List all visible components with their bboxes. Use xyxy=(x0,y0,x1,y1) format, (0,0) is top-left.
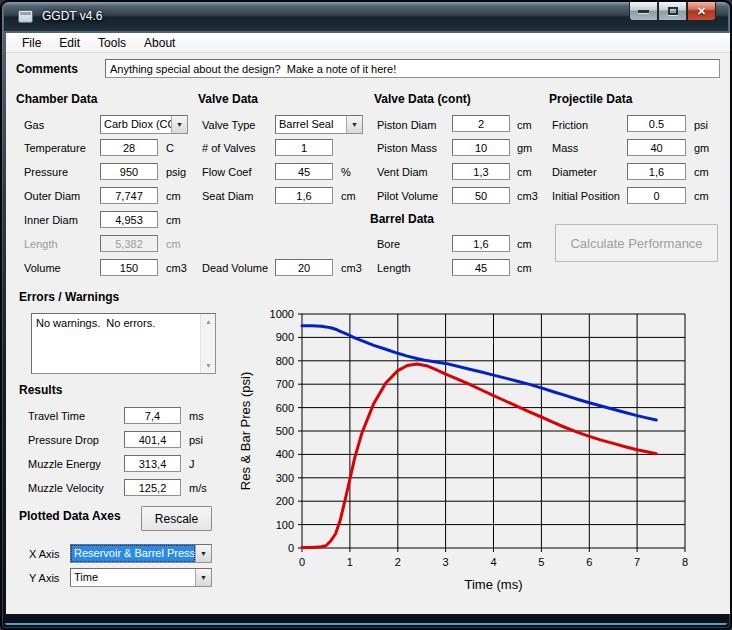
minimize-button[interactable] xyxy=(629,2,658,21)
pressure-chart: 0123456780100200300400500600700800900100… xyxy=(230,295,730,611)
errors-scrollbar[interactable]: ▲ ▼ xyxy=(200,314,215,373)
gas-select-value: Carb Diox (CO xyxy=(101,116,171,133)
svg-text:400: 400 xyxy=(276,448,294,460)
chamber-length-field xyxy=(100,235,158,252)
temperature-field[interactable] xyxy=(100,139,158,156)
piston-mass-label: Piston Mass xyxy=(377,142,437,154)
app-icon xyxy=(18,10,33,23)
svg-text:8: 8 xyxy=(682,556,688,568)
pressure-unit: psig xyxy=(166,166,186,178)
pilot-volume-field[interactable] xyxy=(452,187,510,204)
chevron-down-icon: ▼ xyxy=(171,116,187,133)
maximize-icon xyxy=(668,7,678,15)
pilot-volume-label: Pilot Volume xyxy=(377,190,438,202)
outer-diam-label: Outer Diam xyxy=(24,190,80,202)
pilot-volume-unit: cm3 xyxy=(517,190,538,202)
close-button[interactable]: ✕ xyxy=(687,2,716,21)
menu-tools[interactable]: Tools xyxy=(89,34,135,52)
volume-label: Volume xyxy=(24,262,61,274)
chamber-length-unit: cm xyxy=(166,238,181,250)
diameter-label: Diameter xyxy=(552,166,597,178)
errors-warnings-box[interactable]: No warnings. No errors. ▲ ▼ xyxy=(31,313,216,374)
friction-label: Friction xyxy=(552,119,588,131)
y-axis-select[interactable]: Time ▼ xyxy=(70,568,212,587)
muzzle-velocity-unit: m/s xyxy=(189,482,207,494)
muzzle-energy-field[interactable] xyxy=(124,455,181,472)
piston-diam-unit: cm xyxy=(517,119,532,131)
maximize-button[interactable] xyxy=(658,2,687,21)
flow-coef-field[interactable] xyxy=(275,163,333,180)
chamber-data-header: Chamber Data xyxy=(16,92,97,106)
valve-type-label: Valve Type xyxy=(202,119,255,131)
menu-edit[interactable]: Edit xyxy=(50,34,89,52)
menu-bar: File Edit Tools About xyxy=(6,33,730,53)
gas-select[interactable]: Carb Diox (CO ▼ xyxy=(100,115,188,134)
x-axis-label: X Axis xyxy=(29,548,60,560)
valve-type-select[interactable]: Barrel Seal ▼ xyxy=(275,115,363,134)
friction-field[interactable] xyxy=(627,115,686,132)
mass-unit: gm xyxy=(694,142,709,154)
menu-about[interactable]: About xyxy=(135,34,184,52)
diameter-field[interactable] xyxy=(627,163,686,180)
svg-text:100: 100 xyxy=(276,519,294,531)
pressure-drop-field[interactable] xyxy=(124,431,181,448)
initial-position-field[interactable] xyxy=(627,187,686,204)
scroll-down-icon[interactable]: ▼ xyxy=(201,358,216,373)
chevron-down-icon: ▼ xyxy=(195,545,211,562)
scroll-up-icon[interactable]: ▲ xyxy=(201,314,216,329)
menu-file[interactable]: File xyxy=(13,34,50,52)
piston-mass-field[interactable] xyxy=(452,139,510,156)
seat-diam-label: Seat Diam xyxy=(202,190,253,202)
gas-label: Gas xyxy=(24,119,44,131)
minimize-icon xyxy=(638,10,649,13)
valve-data-header: Valve Data xyxy=(198,92,258,106)
y-axis-label: Y Axis xyxy=(29,572,59,584)
projectile-data-header: Projectile Data xyxy=(549,92,632,106)
svg-text:300: 300 xyxy=(276,472,294,484)
svg-text:600: 600 xyxy=(276,402,294,414)
outer-diam-field[interactable] xyxy=(100,187,158,204)
pressure-chart-svg: 0123456780100200300400500600700800900100… xyxy=(230,295,730,611)
vent-diam-label: Vent Diam xyxy=(377,166,428,178)
bore-field[interactable] xyxy=(452,235,510,252)
muzzle-velocity-field[interactable] xyxy=(124,479,181,496)
vent-diam-field[interactable] xyxy=(452,163,510,180)
dead-volume-label: Dead Volume xyxy=(202,262,268,274)
pressure-drop-unit: psi xyxy=(189,434,203,446)
vent-diam-unit: cm xyxy=(517,166,532,178)
dead-volume-field[interactable] xyxy=(275,259,333,276)
volume-field[interactable] xyxy=(100,259,158,276)
barrel-length-field[interactable] xyxy=(452,259,510,276)
svg-text:7: 7 xyxy=(634,556,640,568)
plotted-data-axes-header: Plotted Data Axes xyxy=(19,509,121,523)
rescale-button[interactable]: Rescale xyxy=(141,506,212,531)
svg-text:0: 0 xyxy=(299,556,305,568)
muzzle-energy-label: Muzzle Energy xyxy=(28,458,101,470)
num-valves-field[interactable] xyxy=(275,139,333,156)
piston-diam-field[interactable] xyxy=(452,115,510,132)
initial-position-label: Initial Position xyxy=(552,190,620,202)
travel-time-field[interactable] xyxy=(124,407,181,424)
mass-label: Mass xyxy=(552,142,578,154)
mass-field[interactable] xyxy=(627,139,686,156)
muzzle-energy-unit: J xyxy=(189,458,195,470)
seat-diam-unit: cm xyxy=(341,190,356,202)
seat-diam-field[interactable] xyxy=(275,187,333,204)
bore-label: Bore xyxy=(377,238,400,250)
outer-diam-unit: cm xyxy=(166,190,181,202)
chevron-down-icon: ▼ xyxy=(346,116,362,133)
comments-input[interactable] xyxy=(105,59,720,78)
x-axis-select-value: Reservoir & Barrel Pressu xyxy=(71,545,195,562)
svg-text:900: 900 xyxy=(276,331,294,343)
calculate-performance-button: Calculate Performance xyxy=(555,224,718,262)
inner-diam-field[interactable] xyxy=(100,211,158,228)
valve-data-cont-header: Valve Data (cont) xyxy=(374,92,471,106)
svg-text:3: 3 xyxy=(443,556,449,568)
window-controls: ✕ xyxy=(629,2,716,21)
pressure-field[interactable] xyxy=(100,163,158,180)
diameter-unit: cm xyxy=(694,166,709,178)
volume-unit: cm3 xyxy=(166,262,187,274)
x-axis-select[interactable]: Reservoir & Barrel Pressu ▼ xyxy=(70,544,212,563)
errors-warnings-header: Errors / Warnings xyxy=(19,290,119,304)
svg-text:2: 2 xyxy=(395,556,401,568)
